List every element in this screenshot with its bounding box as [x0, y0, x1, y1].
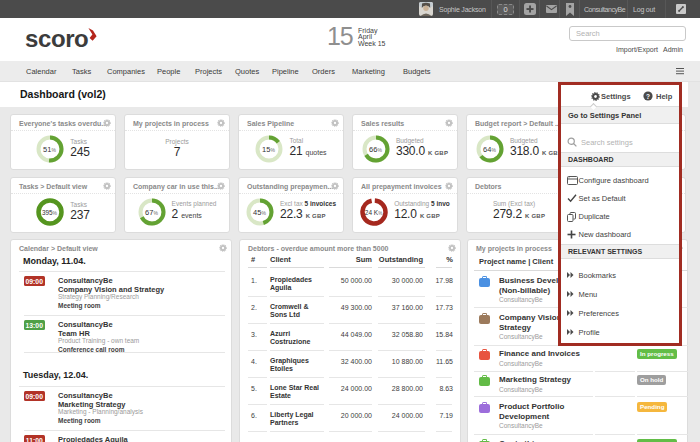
- svg-text:45%: 45%: [253, 207, 266, 216]
- svg-text:51%: 51%: [43, 144, 56, 153]
- svg-text:67%: 67%: [145, 207, 158, 216]
- svg-text:64%: 64%: [483, 144, 496, 153]
- svg-text:24 K%: 24 K%: [365, 208, 382, 215]
- svg-text:?: ?: [646, 93, 650, 100]
- svg-text:15%: 15%: [263, 144, 276, 153]
- svg-text:395%: 395%: [42, 208, 58, 215]
- svg-text:66%: 66%: [369, 144, 382, 153]
